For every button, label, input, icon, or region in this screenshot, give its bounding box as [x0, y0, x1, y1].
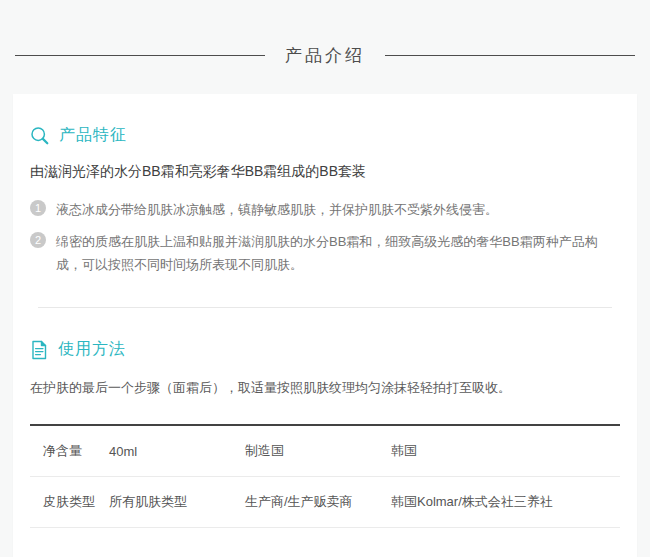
magnifier-icon: [30, 126, 50, 146]
document-icon: [30, 340, 49, 360]
header-rule-left: [15, 55, 265, 56]
spec-value: 韩国: [391, 442, 607, 460]
features-summary: 由滋润光泽的水分BB霜和亮彩奢华BB霜组成的BB套装: [30, 163, 620, 181]
spec-value: 40ml: [109, 444, 245, 459]
usage-text: 在护肤的最后一个步骤（面霜后），取适量按照肌肤纹理均匀涂抹轻轻拍打至吸收。: [30, 379, 620, 397]
header-rule-right: [385, 55, 635, 56]
features-heading: 产品特征: [30, 125, 620, 146]
spec-value: 韩国Kolmar/株式会社三养社: [391, 493, 607, 511]
section-header: 产品介绍: [0, 44, 650, 67]
spec-value: 所有肌肤类型: [109, 493, 245, 511]
feature-text: 液态冰成分带给肌肤冰凉触感，镇静敏感肌肤，并保护肌肤不受紫外线侵害。: [56, 199, 498, 222]
feature-list: 1 液态冰成分带给肌肤冰凉触感，镇静敏感肌肤，并保护肌肤不受紫外线侵害。 2 绵…: [30, 199, 620, 276]
feature-item: 1 液态冰成分带给肌肤冰凉触感，镇静敏感肌肤，并保护肌肤不受紫外线侵害。: [30, 199, 620, 222]
page-title: 产品介绍: [285, 44, 365, 67]
table-row: 皮肤类型 所有肌肤类型 生产商/生产贩卖商 韩国Kolmar/株式会社三养社: [30, 477, 620, 528]
number-badge: 2: [30, 232, 46, 248]
spec-label: 生产商/生产贩卖商: [245, 493, 391, 511]
product-intro-card: 产品特征 由滋润光泽的水分BB霜和亮彩奢华BB霜组成的BB套装 1 液态冰成分带…: [13, 94, 637, 557]
number-badge: 1: [30, 200, 46, 216]
spec-table: 净含量 40ml 制造国 韩国 皮肤类型 所有肌肤类型 生产商/生产贩卖商 韩国…: [30, 424, 620, 528]
spec-label: 皮肤类型: [43, 493, 109, 511]
section-divider: [38, 307, 612, 308]
table-row: 净含量 40ml 制造国 韩国: [30, 426, 620, 477]
usage-heading: 使用方法: [30, 339, 620, 360]
spec-label: 制造国: [245, 442, 391, 460]
usage-heading-label: 使用方法: [58, 339, 126, 360]
features-heading-label: 产品特征: [59, 125, 127, 146]
feature-item: 2 绵密的质感在肌肤上温和贴服并滋润肌肤的水分BB霜和，细致高级光感的奢华BB霜…: [30, 231, 620, 277]
feature-text: 绵密的质感在肌肤上温和贴服并滋润肌肤的水分BB霜和，细致高级光感的奢华BB霜两种…: [56, 231, 618, 277]
spec-label: 净含量: [43, 442, 109, 460]
